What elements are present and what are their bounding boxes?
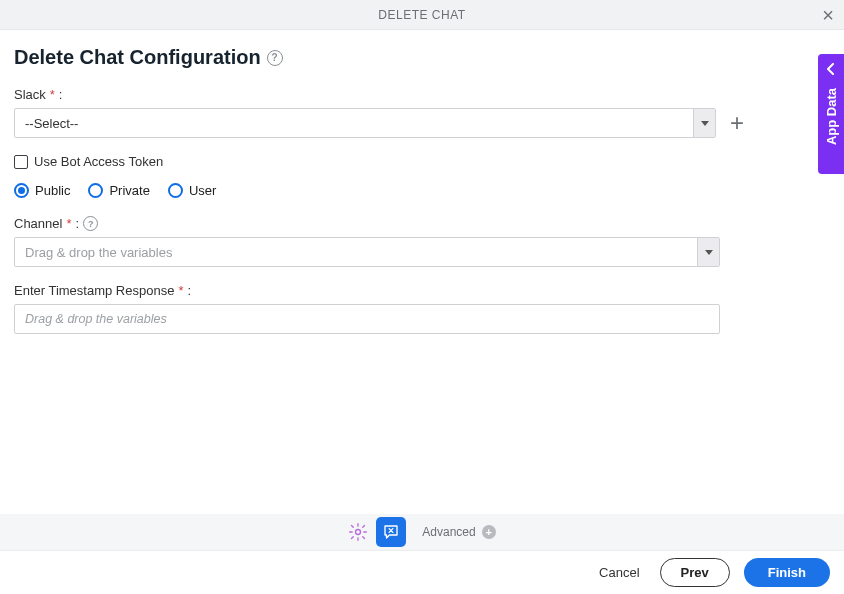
slack-label-text: Slack <box>14 87 46 102</box>
channel-select[interactable]: Drag & drop the variables <box>14 237 720 267</box>
radio-icon <box>88 183 103 198</box>
bot-token-checkbox-row[interactable]: Use Bot Access Token <box>14 154 830 169</box>
radio-private-label: Private <box>109 183 149 198</box>
close-icon[interactable]: × <box>822 5 834 25</box>
required-marker: * <box>66 216 71 231</box>
channel-placeholder: Drag & drop the variables <box>15 245 697 260</box>
bot-token-label: Use Bot Access Token <box>34 154 163 169</box>
required-marker: * <box>178 283 183 298</box>
timestamp-label: Enter Timestamp Response <box>14 283 174 298</box>
colon: : <box>76 216 80 231</box>
slack-label: Slack * : <box>14 87 830 102</box>
advanced-toggle[interactable]: Advanced + <box>422 525 495 539</box>
plus-circle-icon: + <box>482 525 496 539</box>
delete-chat-action-icon[interactable] <box>376 517 406 547</box>
svg-point-0 <box>356 530 361 535</box>
side-panel-label: App Data <box>824 88 839 145</box>
page-title: Delete Chat Configuration <box>14 46 261 69</box>
channel-label: Channel <box>14 216 62 231</box>
colon: : <box>187 283 191 298</box>
dropdown-arrow-icon <box>697 238 719 266</box>
radio-user-label: User <box>189 183 216 198</box>
modal-title-bar: DELETE CHAT × <box>0 0 844 30</box>
radio-icon <box>168 183 183 198</box>
radio-icon-selected <box>14 183 29 198</box>
bottom-toolbar: Advanced + <box>0 514 844 550</box>
slack-select[interactable]: --Select-- <box>14 108 716 138</box>
prev-button[interactable]: Prev <box>660 558 730 587</box>
radio-public-label: Public <box>35 183 70 198</box>
advanced-label: Advanced <box>422 525 475 539</box>
timestamp-input[interactable]: Drag & drop the variables <box>14 304 720 334</box>
chevron-left-icon <box>826 62 836 78</box>
required-marker: * <box>50 87 55 102</box>
timestamp-placeholder: Drag & drop the variables <box>25 312 167 326</box>
radio-private[interactable]: Private <box>88 183 149 198</box>
modal-title: DELETE CHAT <box>378 8 465 22</box>
add-slack-icon[interactable]: + <box>730 111 744 135</box>
help-icon[interactable]: ? <box>83 216 98 231</box>
cancel-button[interactable]: Cancel <box>593 565 645 580</box>
app-data-side-tab[interactable]: App Data <box>818 54 844 174</box>
radio-public[interactable]: Public <box>14 183 70 198</box>
radio-user[interactable]: User <box>168 183 216 198</box>
channel-label-row: Channel * : ? <box>14 216 830 231</box>
footer-bar: Cancel Prev Finish <box>0 550 844 594</box>
dropdown-arrow-icon <box>693 109 715 137</box>
finish-button[interactable]: Finish <box>744 558 830 587</box>
timestamp-label-row: Enter Timestamp Response * : <box>14 283 830 298</box>
checkbox-icon <box>14 155 28 169</box>
colon: : <box>59 87 63 102</box>
gear-icon[interactable] <box>348 522 368 542</box>
help-icon[interactable]: ? <box>267 50 283 66</box>
slack-select-value: --Select-- <box>15 116 693 131</box>
form-content: Delete Chat Configuration ? Slack * : --… <box>0 30 844 334</box>
scope-radio-group: Public Private User <box>14 183 830 198</box>
